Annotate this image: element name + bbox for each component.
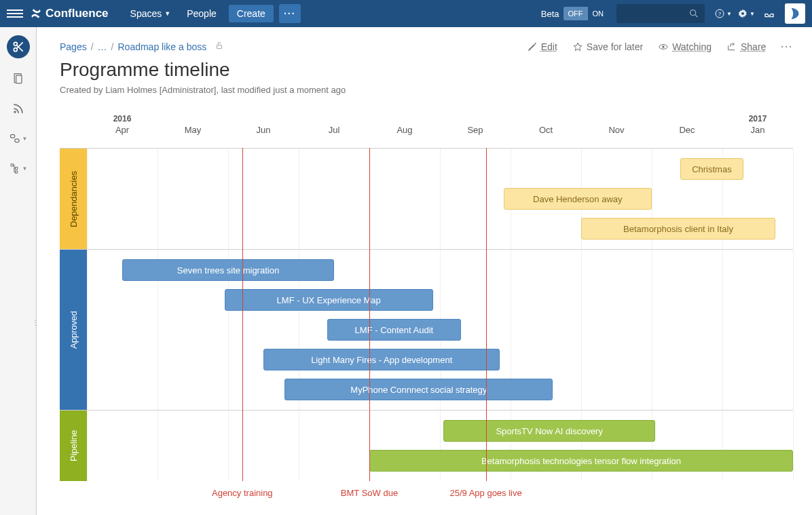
month-label: Sep [467, 125, 483, 135]
roadmap-macro: 2016AprMayJunJulAugSepOctNovDec2017Jan D… [60, 114, 793, 515]
breadcrumb-root[interactable]: Pages [60, 41, 87, 52]
gear-icon [737, 8, 748, 19]
tree-button[interactable]: ▼ [9, 159, 28, 178]
roadmap-lanes: DependanciesChristmasDave Henderson away… [60, 148, 793, 481]
chevron-down-icon: ▼ [726, 11, 732, 17]
svg-rect-11 [16, 75, 21, 83]
notifications-button[interactable] [759, 3, 779, 24]
svg-line-1 [695, 15, 697, 17]
chevron-down-icon: ▼ [22, 136, 28, 142]
year-label: 2016 [113, 114, 132, 123]
edit-button[interactable]: Edit [527, 41, 557, 52]
page-byline: Created by Liam Holmes [Administrator], … [60, 85, 793, 95]
svg-rect-14 [14, 139, 18, 142]
lane-label: Dependancies [60, 149, 87, 249]
shortcuts-button[interactable]: ▼ [9, 129, 28, 148]
roadmap-bar[interactable]: MyPhone Connnect social strategy [284, 379, 553, 400]
help-icon: ? [714, 8, 725, 19]
roadmap-bar[interactable]: Light Many Fires - App development [263, 349, 500, 370]
lane-label: Approved [60, 250, 87, 410]
svg-rect-13 [10, 134, 14, 138]
svg-rect-16 [15, 167, 17, 169]
top-nav: Confluence Spaces▼ People Create ··· Bet… [0, 0, 812, 27]
left-rail: ▼ ▼ ⋮ [0, 27, 37, 515]
pencil-icon [527, 41, 538, 52]
svg-point-12 [14, 111, 16, 113]
share-icon [726, 41, 737, 52]
month-label: Dec [679, 125, 695, 135]
roadmap-bar[interactable]: Christmas [680, 158, 744, 180]
marker-label: BMT SoW due [341, 488, 398, 498]
roadmap-bar[interactable]: Dave Henderson away [504, 188, 652, 210]
page-content: Pages / … / Roadmap like a boss Edit Sav… [37, 27, 812, 515]
breadcrumb-current[interactable]: Roadmap like a boss [117, 41, 206, 52]
marker-label: Agency training [212, 488, 273, 498]
pages-button[interactable] [9, 69, 28, 88]
unlock-icon[interactable] [215, 41, 224, 52]
svg-rect-18 [217, 45, 222, 48]
breadcrumb: Pages / … / Roadmap like a boss [60, 41, 224, 52]
roadmap-bar[interactable]: LMF - UX Experience Map [225, 289, 433, 311]
marker-label: 25/9 App goes live [449, 488, 523, 499]
month-label: Oct [539, 125, 553, 135]
app-switcher-icon[interactable] [7, 5, 23, 22]
eye-icon [658, 41, 669, 52]
confluence-icon [30, 7, 42, 20]
roadmap-bar[interactable]: Betamorphosis client in Italy [581, 218, 775, 240]
blog-button[interactable] [9, 99, 28, 118]
lane-app: ApprovedSeven trees site migrationLMF - … [60, 249, 793, 410]
roadmap-bar[interactable]: SportsTV Now AI discovery [443, 420, 655, 442]
svg-rect-15 [11, 164, 13, 166]
share-button[interactable]: Share [726, 41, 766, 52]
month-label: May [185, 125, 202, 135]
tray-icon [764, 8, 775, 19]
settings-button[interactable]: ▼ [736, 3, 756, 24]
month-label: Jul [329, 125, 340, 135]
lane-pipe: PipelineSportsTV Now AI discoveryBetamor… [60, 410, 793, 481]
help-button[interactable]: ? ▼ [713, 3, 733, 24]
more-actions-button[interactable]: ··· [781, 41, 793, 52]
beta-toggle[interactable]: OFF ON [564, 7, 609, 20]
product-name: Confluence [45, 7, 109, 20]
lane-dep: DependanciesChristmasDave Henderson away… [60, 148, 793, 249]
svg-point-5 [741, 12, 744, 15]
create-button[interactable]: Create [229, 5, 274, 22]
page-actions: Edit Save for later Watching Share ··· [527, 41, 793, 52]
nav-spaces[interactable]: Spaces▼ [122, 0, 179, 27]
user-avatar[interactable] [785, 3, 805, 24]
create-more-button[interactable]: ··· [279, 4, 301, 23]
chevron-down-icon: ▼ [750, 11, 755, 17]
pages-icon [12, 72, 25, 85]
lane-label: Pipeline [60, 411, 87, 481]
chevron-down-icon: ▼ [22, 166, 28, 172]
scissors-icon [12, 40, 25, 54]
roadmap-axis: 2016AprMayJunJulAugSepOctNovDec2017Jan [87, 114, 793, 148]
month-label: Jun [257, 125, 271, 135]
save-for-later-button[interactable]: Save for later [572, 41, 643, 52]
roadmap-bar[interactable]: LMF - Content Audit [327, 319, 462, 341]
roadmap-bar[interactable]: Betamorphosis technologies tensor flow i… [369, 450, 793, 472]
svg-rect-17 [15, 171, 17, 173]
star-icon [572, 41, 583, 52]
product-logo[interactable]: Confluence [30, 7, 109, 20]
svg-point-20 [662, 45, 664, 47]
watching-button[interactable]: Watching [658, 41, 712, 52]
avatar-icon [788, 6, 802, 21]
roadmap-bar[interactable]: Seven trees site migration [122, 259, 334, 281]
month-label: Aug [396, 125, 412, 135]
search-input[interactable] [616, 4, 705, 23]
year-label: 2017 [749, 114, 767, 123]
tree-icon [9, 161, 22, 175]
page-title: Programme timeline [60, 59, 793, 81]
beta-label: Beta [541, 9, 559, 19]
chain-icon [9, 132, 22, 145]
space-avatar[interactable] [7, 35, 30, 58]
search-icon [688, 8, 699, 19]
month-label: Jan [751, 125, 765, 135]
nav-people[interactable]: People [179, 0, 225, 27]
breadcrumb-ellipsis[interactable]: … [98, 41, 107, 52]
month-label: Nov [608, 125, 624, 135]
rss-icon [12, 102, 25, 115]
chevron-down-icon: ▼ [164, 10, 170, 17]
month-label: Apr [115, 125, 129, 135]
